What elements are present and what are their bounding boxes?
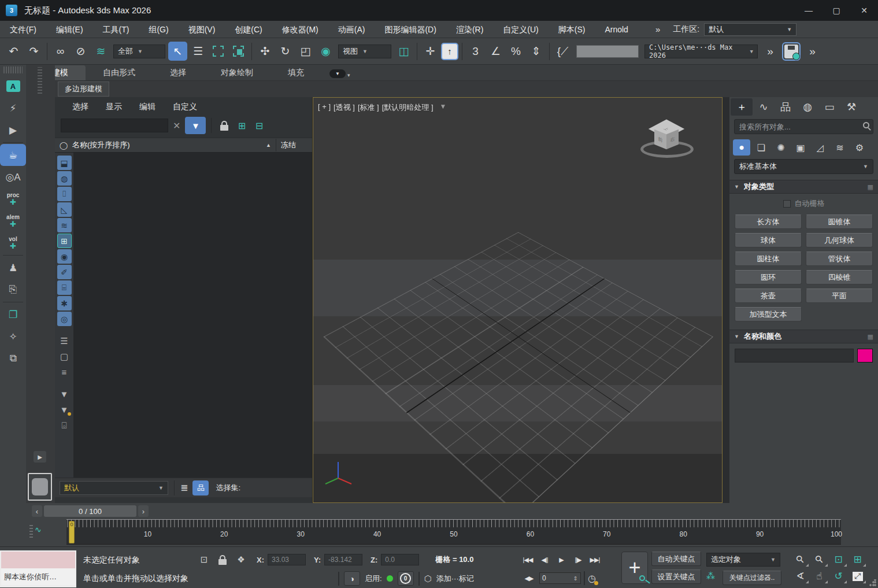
frame-spinner[interactable]: ⇕: [573, 575, 578, 582]
display-probes-toggle[interactable]: ✐: [57, 265, 72, 279]
zoom-all-button[interactable]: ⚲: [810, 551, 829, 568]
redo-button[interactable]: ↷: [24, 42, 43, 61]
filter-funnel-icon[interactable]: ▼: [57, 387, 72, 401]
create-加强型文本-button[interactable]: 加强型文本: [735, 307, 802, 321]
expand-tree-button[interactable]: ⊞: [234, 118, 249, 133]
menu-item-d[interactable]: 图形编辑器(D): [375, 21, 446, 38]
bind-to-space-warp-button[interactable]: ≋: [91, 42, 110, 61]
render-teapot-icon[interactable]: ☕: [0, 144, 26, 166]
sample-slot-thumbnail[interactable]: [28, 473, 52, 501]
alembic-create-icon[interactable]: alem✚: [0, 210, 26, 232]
auto-key-button[interactable]: 自动关键点: [651, 552, 701, 566]
primitive-category-dropdown[interactable]: 标准基本体 ▼: [734, 159, 873, 174]
category-shapes[interactable]: ❏: [753, 139, 770, 156]
display-combined-toggle[interactable]: ⊞: [57, 234, 72, 248]
scene-explorer-list[interactable]: ⬓◍⌷◺≋⊞◉✐⌸✱◎☰▢≡▼▼⌺: [55, 153, 312, 478]
next-frame-arrow[interactable]: ›: [138, 505, 149, 517]
time-ruler[interactable]: 0102030405060708090100 0: [66, 519, 841, 545]
autogrid-checkbox[interactable]: [783, 200, 791, 208]
script-window-icon[interactable]: A: [0, 75, 26, 97]
play-button[interactable]: ▶: [554, 553, 569, 567]
key-filter-dropdown[interactable]: 选定对象 ▼: [706, 553, 780, 567]
perspective-viewport[interactable]: [ + ][透视 ][标准 ][默认明暗处理 ]▼ 上 前 右: [313, 97, 723, 503]
display-bones-toggle[interactable]: ◉: [57, 249, 72, 264]
tab-display[interactable]: ▭: [818, 98, 840, 116]
filter-button[interactable]: ▼: [185, 117, 206, 134]
viewport-funnel-icon[interactable]: ▼: [440, 102, 447, 113]
listener-lightning-window-icon[interactable]: ⚡: [0, 97, 26, 119]
save-file-button[interactable]: [782, 42, 801, 61]
menu-item-e[interactable]: 编辑(E): [46, 21, 93, 38]
current-frame-field[interactable]: 0 ⇕: [539, 572, 581, 584]
rectangular-selection-region-button[interactable]: [213, 46, 224, 57]
time-slider-handle[interactable]: 0: [69, 521, 75, 543]
viewport-label-segment-3[interactable]: [默认明暗处理 ]: [382, 102, 434, 113]
create-茶壶-button[interactable]: 茶壶: [735, 289, 802, 303]
viewcube[interactable]: 上 前 右: [636, 113, 700, 165]
filter-settings-icon[interactable]: ▼: [57, 402, 72, 417]
object-color-swatch[interactable]: [857, 349, 873, 363]
select-and-scale-button[interactable]: ◰: [296, 42, 315, 61]
list-view-icon[interactable]: ☰: [57, 334, 72, 348]
display-helpers-toggle[interactable]: ◺: [57, 202, 72, 217]
menu-item-s[interactable]: 脚本(S): [549, 21, 595, 38]
key-mode-toggle[interactable]: ◀▶: [521, 571, 536, 585]
containers-icon[interactable]: ❐: [0, 304, 26, 326]
previous-frame-arrow[interactable]: ‹: [32, 505, 42, 517]
spinner-snap-toggle[interactable]: ⇕: [527, 42, 546, 61]
maximize-button[interactable]: ▢: [823, 0, 850, 21]
y-coordinate-field[interactable]: -83.142: [324, 554, 362, 565]
collect-basket-icon[interactable]: ⌺: [57, 418, 72, 432]
run-script-window-icon[interactable]: ▶: [0, 119, 26, 141]
orbit-button[interactable]: ↺: [829, 568, 848, 585]
blank-filter-icon[interactable]: ▢: [57, 349, 72, 364]
angle-snap-toggle[interactable]: ∠: [486, 42, 505, 61]
create-几何球体-button[interactable]: 几何球体: [806, 233, 873, 247]
ribbon-tab-填充[interactable]: 填充: [271, 65, 321, 80]
ribbon-tab-选择[interactable]: 选择: [153, 65, 203, 80]
named-selection-input[interactable]: [576, 45, 639, 58]
zoom-extents-all-button[interactable]: ⊞: [848, 551, 867, 568]
time-configuration-button[interactable]: ◷: [588, 573, 596, 584]
listener-script-line[interactable]: 脚本迷你侦听…: [1, 568, 75, 585]
dock-expand-button[interactable]: ▶: [34, 451, 46, 463]
select-object-button[interactable]: ↖: [168, 42, 187, 61]
menu-item-f[interactable]: 文件(F): [0, 21, 46, 38]
maximize-viewport-button[interactable]: ⤢: [848, 568, 867, 585]
create-长方体-button[interactable]: 长方体: [735, 215, 802, 229]
go-to-end-button[interactable]: ▶▶|: [587, 553, 602, 567]
ribbon-overflow-caret[interactable]: ▾: [347, 72, 350, 78]
create-圆环-button[interactable]: 圆环: [735, 270, 802, 284]
display-materials-toggle[interactable]: ✱: [57, 296, 72, 310]
dock-drag-handle[interactable]: [38, 67, 42, 94]
menu-item-m[interactable]: 修改器(M): [272, 21, 328, 38]
sidebar-drag-handle[interactable]: [3, 66, 23, 73]
layers-icon[interactable]: ≣: [180, 482, 188, 493]
menu-item-r[interactable]: 渲染(R): [446, 21, 493, 38]
create-圆锥体-button[interactable]: 圆锥体: [806, 215, 873, 229]
collapse-tree-button[interactable]: ⊟: [251, 118, 266, 133]
display-spacewarps-toggle[interactable]: ≋: [57, 218, 72, 232]
name-color-rollout-header[interactable]: ▼ 名称和颜色 ▦: [729, 330, 878, 343]
explorer-menu-选择[interactable]: 选择: [68, 102, 93, 112]
unlink-selection-button[interactable]: ⊘: [71, 42, 90, 61]
frozen-column-header[interactable]: 冻结: [276, 140, 312, 150]
display-hidden-toggle[interactable]: ◎: [57, 312, 72, 326]
zoom-extents-button[interactable]: ⊡: [829, 551, 848, 568]
listener-macro-line[interactable]: [1, 552, 75, 568]
tab-utilities[interactable]: ⚒: [840, 98, 862, 116]
explorer-set-dropdown[interactable]: 默认 ▼: [60, 481, 168, 495]
x-coordinate-field[interactable]: 33.03: [268, 554, 306, 565]
maxscript-editor-button[interactable]: {⟋: [553, 42, 572, 61]
layout-window-icon[interactable]: ⧉: [0, 347, 26, 369]
key-figure-icon[interactable]: ⁂: [706, 571, 715, 582]
undo-button[interactable]: ↶: [4, 42, 23, 61]
pan-button[interactable]: ☝: [810, 568, 829, 585]
percent-snap-toggle[interactable]: %: [506, 42, 525, 61]
selection-lock-icon[interactable]: [215, 553, 230, 567]
ribbon-overflow-button[interactable]: ▼: [329, 69, 346, 78]
create-球体-button[interactable]: 球体: [735, 233, 802, 247]
select-and-manipulate-button[interactable]: ✛: [421, 42, 440, 61]
character-tools-icon[interactable]: ♟: [0, 257, 26, 279]
menu-overflow-chevron[interactable]: »: [655, 24, 660, 34]
